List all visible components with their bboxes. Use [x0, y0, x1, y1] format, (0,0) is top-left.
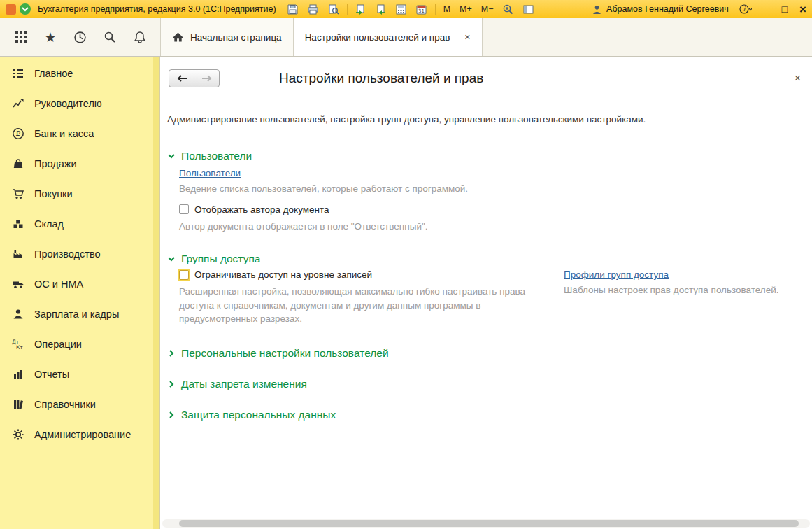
- sidebar-item-label: Склад: [34, 218, 64, 230]
- print-icon[interactable]: [306, 2, 320, 16]
- memory-minus-button[interactable]: M−: [480, 2, 495, 16]
- tab-home[interactable]: Начальная страница: [160, 18, 293, 56]
- section-personal-data-protection-header[interactable]: Защита персональных данных: [167, 409, 812, 421]
- sidebar-item-operations[interactable]: ДтКт Операции: [0, 329, 159, 359]
- author-checkbox-hint: Автор документа отображается в поле "Отв…: [179, 220, 812, 234]
- get-link-icon[interactable]: [374, 2, 388, 16]
- favorites-star-icon[interactable]: ★: [41, 28, 59, 46]
- close-button[interactable]: ×: [799, 3, 806, 15]
- access-group-profiles-link[interactable]: Профили групп доступа: [564, 269, 779, 280]
- truck-icon: [11, 278, 25, 290]
- access-group-profiles-hint: Шаблоны настроек прав доступа пользовате…: [564, 283, 779, 297]
- sidebar-item-references[interactable]: Справочники: [0, 389, 159, 419]
- sidebar-item-label: Руководителю: [34, 98, 102, 109]
- sidebar-item-fixed-assets[interactable]: ОС и НМА: [0, 269, 159, 299]
- search-icon[interactable]: [101, 28, 119, 46]
- section-title: Защита персональных данных: [181, 409, 336, 421]
- sidebar-item-main[interactable]: Главное: [0, 58, 159, 88]
- zoom-icon[interactable]: [501, 2, 515, 16]
- restrict-access-checkbox-row[interactable]: Ограничивать доступ на уровне записей: [179, 269, 550, 280]
- main-panel: Настройки пользователей и прав × Админис…: [160, 57, 812, 529]
- gear-icon: [11, 428, 25, 441]
- shopping-bag-icon: [11, 157, 25, 170]
- tab-close-icon[interactable]: ×: [464, 31, 470, 43]
- user-menu[interactable]: Абрамов Геннадий Сергеевич: [592, 4, 729, 15]
- boxes-icon: [11, 218, 25, 230]
- print-preview-icon[interactable]: [327, 2, 341, 16]
- chevron-down-icon: [22, 6, 29, 12]
- maximize-button[interactable]: □: [782, 4, 788, 14]
- list-icon: [11, 67, 25, 80]
- quick-access-icons: ★: [0, 18, 160, 56]
- calendar-icon[interactable]: 31: [415, 2, 429, 16]
- toolbar-separator: [435, 4, 436, 15]
- arrow-left-icon: [176, 74, 187, 83]
- restrict-access-hint: Расширенная настройка, позволяющая макси…: [179, 285, 550, 326]
- back-button[interactable]: [169, 69, 194, 87]
- notifications-bell-icon[interactable]: [131, 28, 149, 46]
- checkbox-label: Отображать автора документа: [194, 204, 329, 215]
- section-users-header[interactable]: Пользователи: [167, 150, 812, 162]
- save-icon[interactable]: [286, 2, 300, 16]
- show-document-author-checkbox-row[interactable]: Отображать автора документа: [179, 204, 812, 215]
- factory-icon: [11, 248, 25, 260]
- scrollbar-thumb[interactable]: [179, 520, 799, 527]
- arrow-right-icon: [201, 74, 213, 83]
- sidebar-item-label: Отчеты: [34, 369, 69, 380]
- toolbar-separator: [347, 4, 348, 15]
- panels-icon[interactable]: [522, 2, 536, 16]
- menu-grid-icon[interactable]: [12, 28, 30, 46]
- users-link-hint: Ведение списка пользователей, которые ра…: [179, 182, 812, 196]
- bar-chart-icon: [11, 368, 25, 381]
- section-title: Группы доступа: [181, 253, 260, 265]
- chevron-right-icon: [167, 349, 176, 358]
- forward-button[interactable]: [194, 69, 220, 87]
- sidebar-item-administration[interactable]: Администрирование: [0, 419, 159, 449]
- app-logo-icon[interactable]: [6, 4, 16, 15]
- sidebar: Главное Руководителю ₽ Банк и касса Прод…: [0, 57, 160, 529]
- sidebar-scrollbar[interactable]: [153, 57, 159, 529]
- checkbox-unchecked[interactable]: [179, 204, 189, 214]
- open-link-icon[interactable]: [354, 2, 368, 16]
- svg-text:₽: ₽: [16, 129, 21, 137]
- sidebar-item-label: Справочники: [34, 399, 96, 410]
- history-icon[interactable]: [71, 28, 90, 46]
- horizontal-scrollbar[interactable]: [162, 519, 810, 528]
- form-close-icon[interactable]: ×: [795, 73, 801, 84]
- sidebar-item-warehouse[interactable]: Склад: [0, 209, 159, 239]
- checkbox-unchecked-focused[interactable]: [179, 270, 189, 280]
- person-icon: [11, 308, 25, 320]
- sidebar-item-production[interactable]: Производство: [0, 239, 159, 269]
- checkbox-label: Ограничивать доступ на уровне записей: [194, 269, 372, 280]
- main-menu-button[interactable]: [20, 3, 31, 15]
- section-access-groups-header[interactable]: Группы доступа: [167, 253, 812, 265]
- info-icon[interactable]: i: [739, 2, 753, 16]
- section-personal-settings-header[interactable]: Персональные настройки пользователей: [167, 347, 812, 360]
- memory-plus-button[interactable]: M+: [458, 2, 473, 16]
- sidebar-item-manager[interactable]: Руководителю: [0, 88, 159, 118]
- users-link[interactable]: Пользователи: [179, 168, 812, 178]
- page-description: Администрирование пользователей, настрой…: [167, 114, 801, 125]
- minimize-button[interactable]: –: [764, 4, 770, 14]
- ruble-icon: ₽: [11, 127, 25, 140]
- home-icon: [172, 31, 184, 43]
- chevron-down-icon: [167, 255, 176, 263]
- sidebar-item-salary-hr[interactable]: Зарплата и кадры: [0, 299, 159, 329]
- section-title: Пользователи: [181, 150, 252, 162]
- history-nav-buttons: [169, 69, 220, 87]
- chevron-right-icon: [167, 380, 176, 388]
- sidebar-item-label: Операции: [34, 339, 82, 350]
- cart-icon: [11, 188, 25, 200]
- sidebar-item-sales[interactable]: Продажи: [0, 148, 159, 178]
- svg-text:Кт: Кт: [16, 344, 23, 351]
- section-title: Персональные настройки пользователей: [181, 347, 389, 360]
- section-restriction-dates-header[interactable]: Даты запрета изменения: [167, 378, 812, 390]
- books-icon: [11, 398, 25, 411]
- user-name: Абрамов Геннадий Сергеевич: [606, 4, 729, 14]
- sidebar-item-reports[interactable]: Отчеты: [0, 359, 159, 389]
- sidebar-item-bank-cash[interactable]: ₽ Банк и касса: [0, 118, 159, 148]
- calculator-icon[interactable]: [394, 2, 408, 16]
- tab-user-rights-settings[interactable]: Настройки пользователей и прав ×: [293, 18, 483, 56]
- sidebar-item-purchases[interactable]: Покупки: [0, 178, 159, 209]
- memory-recall-button[interactable]: M: [442, 2, 452, 16]
